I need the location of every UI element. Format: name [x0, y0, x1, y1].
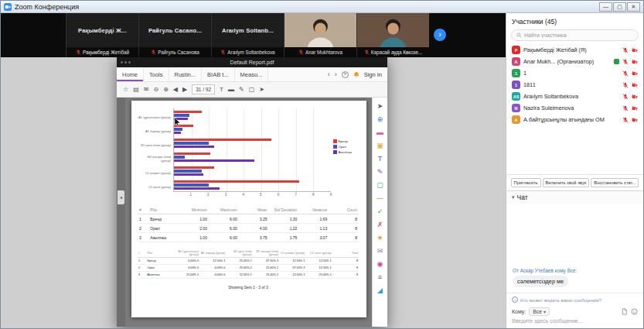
participant-row[interactable]: 1 1811: [506, 79, 643, 91]
participant-row[interactable]: A А.байтұрсынұлы атындағы ОМ: [506, 114, 643, 125]
chat-input[interactable]: [512, 318, 638, 324]
zoom-tool-icon[interactable]: ⊕: [375, 115, 385, 124]
mic-muted-icon: [622, 47, 629, 53]
pdf-page-area[interactable]: A1 тұрғылықты (group)A2 барлау (group)B1…: [125, 98, 372, 327]
star-tool-icon[interactable]: ★: [375, 233, 385, 242]
pdf-tab[interactable]: Rustin...: [169, 67, 203, 81]
tab-scroll-left-icon[interactable]: ‹: [328, 70, 330, 78]
pdf-titlebar[interactable]: Default Report.pdf: [117, 57, 387, 67]
text-tool-icon[interactable]: T: [375, 154, 385, 163]
participant-row[interactable]: N Nazira Suleimenova: [506, 102, 643, 114]
pdf-window-controls[interactable]: [121, 61, 131, 63]
chart-category-label: C2 кәсіп (group): [138, 180, 173, 194]
notification-bell-icon[interactable]: [353, 71, 359, 78]
participants-action-button[interactable]: Пригласить: [511, 178, 541, 187]
participant-row[interactable]: AS Araılym Soltanbekova: [506, 91, 643, 102]
pdf-tab[interactable]: BIAB t...: [202, 67, 235, 81]
next-page-icon[interactable]: ▶: [182, 86, 187, 93]
participants-action-button[interactable]: Включить свой звук: [543, 178, 590, 187]
mic-muted-icon: [364, 50, 370, 55]
bar-Бренд: [174, 180, 299, 183]
attach-file-icon[interactable]: [621, 308, 628, 315]
note-tool-icon[interactable]: ▣: [375, 141, 385, 150]
chart-xtick: 1: [189, 193, 192, 197]
star-icon[interactable]: ☆: [123, 86, 128, 93]
window-titlebar[interactable]: Zoom Конференция — ▢ ✕: [1, 1, 643, 13]
table-row: 1Бренд1.006.003.251.301.698: [138, 214, 359, 224]
cross-tool-icon[interactable]: ✗: [375, 220, 385, 229]
prev-page-icon[interactable]: ◀: [173, 86, 178, 93]
video-tile[interactable]: Рақымберді Ж... Рақымберді Жетібай: [66, 13, 138, 57]
video-tile[interactable]: Карасай ауда Көкозе...: [356, 13, 429, 57]
help-icon[interactable]: ?: [342, 71, 349, 78]
arrow-tool-icon[interactable]: ➤: [259, 86, 264, 93]
pdf-tab[interactable]: Tools: [144, 67, 169, 81]
typewriter-icon[interactable]: T: [220, 86, 223, 93]
pdf-document-title: Default Report.pdf: [230, 60, 274, 65]
pdf-tab[interactable]: Measu...: [235, 67, 269, 81]
stamp-tool-icon[interactable]: ◉: [375, 259, 385, 269]
participant-row[interactable]: A Anar Mukh... (Организатор): [506, 56, 643, 67]
participants-actions: Пригласить Включить свой звук Восстанови…: [506, 174, 643, 190]
pdf-tab[interactable]: Home: [117, 67, 144, 81]
maximize-button[interactable]: ▢: [613, 2, 626, 12]
highlight-icon[interactable]: ▬: [228, 86, 234, 93]
page-indicator[interactable]: 31 / 92: [192, 84, 215, 94]
mic-muted-icon: [622, 105, 629, 111]
table-cell: 1.13: [298, 224, 329, 233]
check-tool-icon[interactable]: ✓: [375, 207, 385, 216]
zoom-in-icon[interactable]: ⊕: [163, 86, 169, 93]
pencil-tool-icon[interactable]: ✎: [375, 167, 385, 176]
participant-row[interactable]: P Рақымберді Жетібай (Я): [506, 44, 643, 56]
emoji-icon[interactable]: [631, 308, 638, 315]
video-feed: [285, 13, 356, 47]
print-icon[interactable]: ▤: [133, 86, 139, 93]
table-cell: 1: [138, 258, 146, 265]
collapse-panel-button[interactable]: ◂: [118, 190, 124, 204]
participant-search[interactable]: [511, 29, 639, 41]
column-header: C2 кәсіп (group): [305, 248, 332, 258]
pen-icon[interactable]: ✎: [239, 86, 244, 93]
shapes-icon[interactable]: ▢: [249, 86, 255, 93]
select-tool-icon[interactable]: ➤: [375, 101, 385, 111]
legend-swatch: [333, 150, 337, 154]
pdf-viewer-window: Default Report.pdf Home Tools Rustin... …: [117, 57, 387, 327]
chat-message-meta: От Аскар Утебаев кому Все:: [513, 268, 637, 273]
search-input[interactable]: [524, 33, 633, 38]
participants-action-button[interactable]: Восстановить стат...: [591, 178, 639, 187]
legend-swatch: [333, 145, 337, 149]
participant-row[interactable]: 1 1: [506, 67, 643, 79]
sign-in-button[interactable]: Sign In: [364, 71, 382, 78]
mail-tool-icon[interactable]: ✉: [375, 246, 385, 255]
shape-tool-icon[interactable]: ▢: [375, 180, 385, 190]
minimize-button[interactable]: —: [599, 2, 612, 12]
column-header: Std Deviation: [269, 206, 299, 214]
chat-title-bar[interactable]: ▾ Чат: [506, 190, 643, 204]
video-tile[interactable]: Araılym Soltanb... Araılym Soltanbekova: [211, 13, 284, 57]
next-participants-button[interactable]: ›: [434, 29, 446, 41]
list-tool-icon[interactable]: ≡: [375, 272, 385, 282]
tab-scroll-right-icon[interactable]: ›: [335, 70, 337, 78]
line-tool-icon[interactable]: —: [375, 194, 385, 203]
zoom-out-icon[interactable]: ⊖: [153, 86, 158, 93]
participant-name: 1811: [523, 81, 619, 88]
chat-recipient-select[interactable]: Все ▾: [529, 307, 550, 316]
table-cell: 37.50% 3: [279, 265, 305, 272]
chat-privacy-note[interactable]: i Кто может видеть ваши сообщения?: [506, 293, 643, 306]
column-header: Plot: [146, 248, 172, 258]
table-header-row: #PlotA1 тұрғылықты (group)A2 барлау (gro…: [138, 248, 359, 258]
mic-muted-icon: [220, 50, 226, 55]
table-cell: 12.50% 1: [199, 258, 226, 265]
measure-tool-icon[interactable]: ◢: [375, 286, 385, 295]
mail-icon[interactable]: ✉: [144, 86, 149, 93]
table-cell: 25.00% 2: [305, 272, 332, 279]
zoom-window: Zoom Конференция — ▢ ✕ Рақымберді Ж...: [0, 0, 644, 329]
highlighter-tool-icon[interactable]: ▬: [375, 128, 385, 137]
tile-name-bar: Райгуль Сасанова: [139, 47, 211, 57]
video-tile[interactable]: Anar Mukhtarova: [284, 13, 356, 57]
chart-category-label: C1 қызмет (group): [138, 166, 173, 180]
close-button[interactable]: ✕: [627, 2, 640, 12]
bar-Орал: [174, 183, 209, 187]
video-tile[interactable]: Райгуль Сасано... Райгуль Сасанова: [138, 13, 211, 57]
bar-group: [174, 164, 331, 178]
